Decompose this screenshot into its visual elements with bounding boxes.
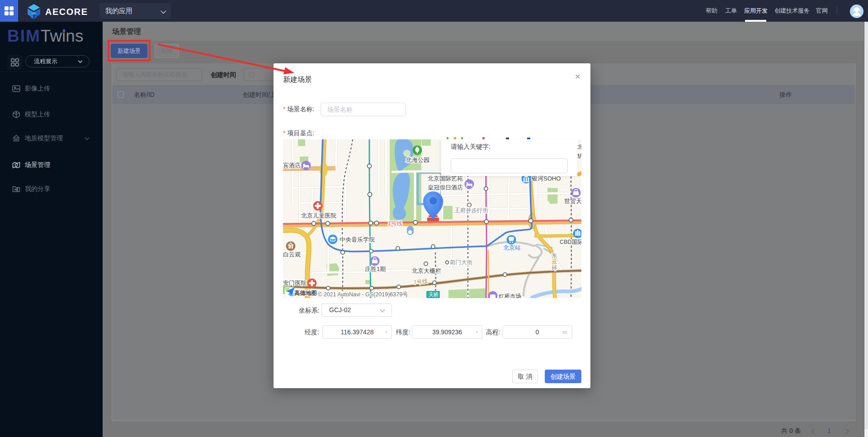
svg-text:前门大街: 前门大街 <box>450 259 473 266</box>
svg-text:庄胜1期: 庄胜1期 <box>365 266 386 272</box>
svg-text:红桥市场: 红桥市场 <box>499 293 521 298</box>
svg-text:世贸天: 世贸天 <box>564 198 581 204</box>
svg-text:北: 北 <box>577 144 581 150</box>
svg-text:© 2021 AutoNavi - GS(2019)6379: © 2021 AutoNavi - GS(2019)6379号 <box>318 291 408 298</box>
svg-text:皇冠假日酒店: 皇冠假日酒店 <box>428 184 463 191</box>
svg-text:宾酒店: 宾酒店 <box>283 162 301 169</box>
svg-text:CBD国际: CBD国际 <box>560 239 581 245</box>
svg-text:王府井步行街: 王府井步行街 <box>454 207 489 214</box>
svg-text:北京站: 北京站 <box>503 244 521 251</box>
svg-text:天桥: 天桥 <box>429 292 439 297</box>
svg-text:北京儿童医院: 北京儿童医院 <box>301 212 336 219</box>
svg-text:北京大栅栏: 北京大栅栏 <box>412 267 441 274</box>
svg-text:高德地图: 高德地图 <box>294 290 317 296</box>
svg-text:北京国际艺苑: 北京国际艺苑 <box>428 175 463 182</box>
svg-text:安门医院: 安门医院 <box>283 280 307 286</box>
svg-text:北海公园: 北海公园 <box>406 157 429 163</box>
svg-text:轨: 轨 <box>577 153 581 159</box>
svg-text:中央音乐学院: 中央音乐学院 <box>340 236 375 243</box>
svg-text:东: 东 <box>552 252 557 259</box>
svg-text:白云观: 白云观 <box>283 251 301 258</box>
svg-text:银河SOHO: 银河SOHO <box>531 175 561 182</box>
svg-text:环: 环 <box>551 265 557 271</box>
svg-text:二: 二 <box>552 259 557 265</box>
svg-text:1号线: 1号线 <box>388 220 402 227</box>
